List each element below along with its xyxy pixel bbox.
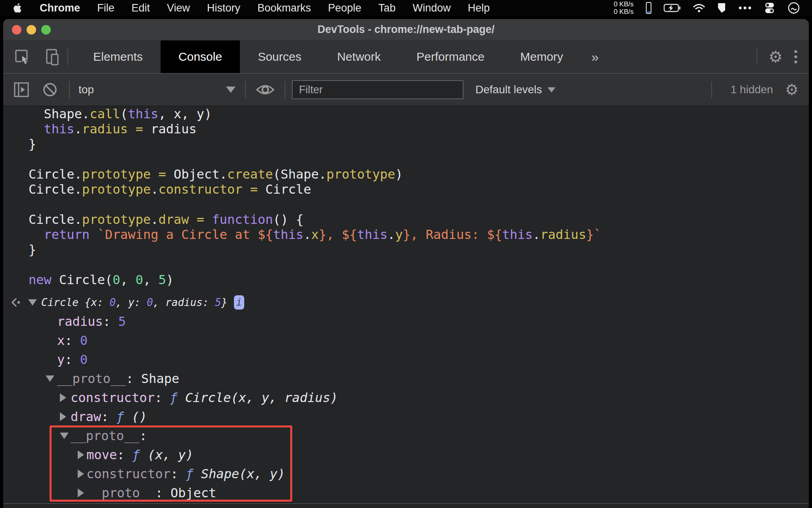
device-battery-icon[interactable]	[645, 2, 652, 14]
tab-network[interactable]: Network	[319, 40, 398, 73]
chevron-down-icon	[548, 87, 555, 92]
hidden-messages-count[interactable]: 1 hidden	[730, 83, 773, 96]
object-property-text: y: 0	[57, 352, 88, 367]
object-preview-row[interactable]: Circle {x: 0, y: 0, radius: 5}i	[3, 293, 809, 312]
disclosure-triangle-icon[interactable]	[60, 412, 66, 421]
object-property-text: x: 0	[57, 333, 88, 348]
inspect-element-button[interactable]	[14, 48, 31, 65]
context-selector-value: top	[79, 83, 94, 96]
object-property-row[interactable]: __proto__: Shape	[3, 369, 809, 388]
console-sidebar-button[interactable]	[13, 82, 29, 98]
control-center-icon[interactable]	[764, 2, 776, 14]
return-value-icon	[11, 298, 21, 307]
console-toolbar: top Default levels 1 hidden ⚙	[3, 73, 809, 106]
object-property-text: __proto__: Shape	[57, 371, 179, 386]
menu-item-chrome[interactable]: Chrome	[40, 2, 80, 14]
menu-items: ChromeFileEditViewHistoryBookmarksPeople…	[40, 2, 507, 14]
clear-console-button[interactable]	[42, 82, 58, 98]
chevron-down-icon	[226, 87, 236, 93]
disclosure-triangle-icon[interactable]	[78, 450, 84, 459]
console-eval-result: Circle {x: 0, y: 0, radius: 5}i radius: …	[3, 293, 809, 502]
tab-console[interactable]: Console	[161, 40, 240, 73]
divider	[69, 81, 70, 98]
object-preview-text: Circle {x: 0, y: 0, radius: 5}i	[41, 295, 244, 310]
eye-button[interactable]	[255, 83, 275, 97]
close-button[interactable]	[12, 25, 21, 35]
device-toolbar-button[interactable]	[44, 48, 60, 65]
disclosure-triangle-icon[interactable]	[46, 375, 54, 382]
object-property-row[interactable]: __proto__: Object	[3, 483, 809, 502]
object-property-row[interactable]: draw: ƒ ()	[3, 407, 809, 426]
macos-menubar: ChromeFileEditViewHistoryBookmarksPeople…	[0, 0, 812, 16]
traffic-lights	[12, 19, 51, 40]
devtools-window: DevTools - chrome://new-tab-page/ Elemen…	[3, 19, 809, 508]
inspect-cursor-icon	[14, 48, 31, 65]
object-property-row[interactable]: constructor: ƒ Circle(x, y, radius)	[3, 388, 809, 407]
object-property-text: __proto__: Object	[86, 485, 216, 500]
tab-elements[interactable]: Elements	[75, 40, 161, 73]
menu-item-window[interactable]: Window	[413, 2, 451, 14]
kebab-menu-icon[interactable]	[794, 49, 798, 64]
menu-item-help[interactable]: Help	[468, 2, 490, 14]
tab-memory[interactable]: Memory	[502, 40, 581, 73]
apple-menu[interactable]	[12, 2, 22, 14]
filter-input[interactable]	[292, 80, 463, 99]
zoom-button[interactable]	[41, 25, 51, 35]
battery-charging-icon[interactable]	[664, 4, 681, 12]
prompt-divider	[3, 503, 809, 504]
settings-gear-icon[interactable]: ⚙	[768, 49, 783, 65]
context-selector[interactable]: top	[79, 83, 236, 96]
tab-performance[interactable]: Performance	[398, 40, 502, 73]
menu-item-bookmarks[interactable]: Bookmarks	[257, 2, 311, 14]
object-property-row[interactable]: constructor: ƒ Shape(x, y)	[3, 464, 809, 483]
object-property-row[interactable]: move: ƒ (x, y)	[3, 445, 809, 464]
clear-console-icon	[42, 82, 58, 98]
console-sidebar-icon	[13, 82, 29, 98]
object-property-row[interactable]: __proto__:	[3, 426, 809, 445]
device-toolbar-icon	[44, 48, 60, 65]
object-property-text: constructor: ƒ Shape(x, y)	[86, 466, 285, 481]
wifi-icon[interactable]	[693, 3, 705, 13]
more-dots-icon[interactable]	[738, 6, 752, 10]
object-property-row[interactable]: y: 0	[3, 350, 809, 369]
object-property-row[interactable]: x: 0	[3, 331, 809, 350]
divider	[285, 81, 285, 98]
menu-item-tab[interactable]: Tab	[378, 2, 396, 14]
menu-item-view[interactable]: View	[167, 2, 190, 14]
divider	[67, 48, 68, 65]
console-settings-gear-icon[interactable]: ⚙	[785, 82, 799, 97]
clock-icon[interactable]	[787, 2, 800, 14]
object-property-row[interactable]: radius: 5	[3, 312, 809, 331]
network-up: 0 KB/s	[614, 0, 634, 8]
menu-item-people[interactable]: People	[328, 2, 361, 14]
console-messages-area: Shape.call(this, x, y) this.radius = rad…	[3, 106, 809, 508]
divider	[245, 81, 246, 98]
log-levels-label: Default levels	[475, 83, 542, 96]
minimize-button[interactable]	[27, 25, 36, 35]
menu-item-file[interactable]: File	[97, 2, 115, 14]
devtools-tabbar: ElementsConsoleSourcesNetworkPerformance…	[3, 40, 809, 73]
network-speed-indicator[interactable]: 0 KB/s 0 KB/s	[614, 0, 634, 15]
object-tree: radius: 5x: 0y: 0__proto__: Shapeconstru…	[3, 312, 809, 502]
disclosure-triangle-icon[interactable]	[78, 470, 84, 478]
object-property-text: __proto__:	[71, 428, 147, 443]
info-badge[interactable]: i	[234, 295, 244, 310]
eye-icon	[255, 83, 275, 97]
window-titlebar[interactable]: DevTools - chrome://new-tab-page/	[3, 19, 809, 40]
object-property-text: radius: 5	[57, 314, 126, 329]
log-levels-dropdown[interactable]: Default levels	[475, 83, 555, 96]
disclosure-triangle-icon[interactable]	[60, 393, 66, 402]
divider	[756, 48, 757, 65]
disclosure-triangle-icon[interactable]	[78, 489, 84, 497]
object-property-text: move: ƒ (x, y)	[86, 447, 193, 462]
more-tabs-button[interactable]: »	[581, 40, 609, 73]
window-title: DevTools - chrome://new-tab-page/	[318, 23, 495, 36]
menu-item-edit[interactable]: Edit	[132, 2, 150, 14]
shield-icon[interactable]	[717, 2, 726, 13]
console-source-code: Shape.call(this, x, y) this.radius = rad…	[3, 106, 809, 287]
menu-item-history[interactable]: History	[207, 2, 240, 14]
apple-icon	[12, 2, 22, 14]
disclosure-triangle-icon[interactable]	[60, 433, 69, 439]
tab-sources[interactable]: Sources	[240, 40, 319, 73]
disclosure-triangle-icon[interactable]	[28, 299, 37, 306]
